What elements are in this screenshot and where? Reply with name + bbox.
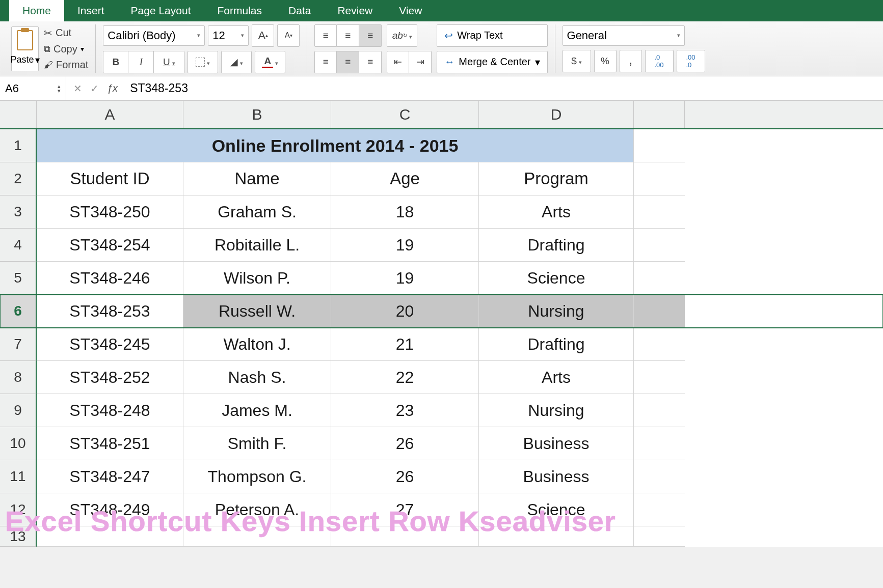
cell-a13[interactable] xyxy=(37,526,183,547)
cell-e4[interactable] xyxy=(634,229,685,262)
cell-e10[interactable] xyxy=(634,427,685,460)
cell-e3[interactable] xyxy=(634,195,685,229)
cell-d8[interactable]: Arts xyxy=(479,361,634,394)
cell-b10[interactable]: Smith F. xyxy=(183,427,331,460)
cell-d3[interactable]: Arts xyxy=(479,195,634,229)
cell-d10[interactable]: Business xyxy=(479,427,634,460)
row-header-3[interactable]: 3 xyxy=(0,195,37,229)
cell-d5[interactable]: Science xyxy=(479,262,634,295)
cell-a6[interactable]: ST348-253 xyxy=(37,295,183,328)
name-box[interactable]: A6 ▴▾ xyxy=(0,76,66,100)
cell-d9[interactable]: Nursing xyxy=(479,394,634,427)
cell-c3[interactable]: 18 xyxy=(331,195,479,229)
cell-a2[interactable]: Student ID xyxy=(37,162,183,195)
row-header-11[interactable]: 11 xyxy=(0,460,37,493)
decrease-font-button[interactable]: A▾ xyxy=(277,24,300,47)
decrease-decimal-button[interactable]: .00.0 xyxy=(677,50,705,72)
cell-b11[interactable]: Thompson G. xyxy=(183,460,331,493)
row-header-9[interactable]: 9 xyxy=(0,394,37,427)
column-header-e[interactable] xyxy=(634,101,685,128)
cell-a11[interactable]: ST348-247 xyxy=(37,460,183,493)
fx-icon[interactable]: ƒx xyxy=(107,82,118,94)
number-format-combo[interactable]: General▾ xyxy=(563,25,685,46)
align-right-button[interactable]: ≡ xyxy=(359,51,382,73)
font-name-combo[interactable]: Calibri (Body)▾ xyxy=(103,25,205,46)
cell-e13[interactable] xyxy=(634,526,685,547)
row-header-5[interactable]: 5 xyxy=(0,262,37,295)
tab-review[interactable]: Review xyxy=(324,0,386,21)
cell-e9[interactable] xyxy=(634,394,685,427)
cell-e6[interactable] xyxy=(634,295,685,328)
column-header-c[interactable]: C xyxy=(331,101,479,128)
cell-b12[interactable]: Peterson A. xyxy=(183,493,331,526)
decrease-indent-button[interactable]: ⇤ xyxy=(387,51,409,73)
formula-input[interactable]: ST348-253 xyxy=(125,81,883,95)
cell-c2[interactable]: Age xyxy=(331,162,479,195)
align-top-button[interactable]: ≡ xyxy=(314,24,337,47)
row-header-8[interactable]: 8 xyxy=(0,361,37,394)
cell-e2[interactable] xyxy=(634,162,685,195)
cell-d12[interactable]: Science xyxy=(479,493,634,526)
cell-b13[interactable] xyxy=(183,526,331,547)
cell-c5[interactable]: 19 xyxy=(331,262,479,295)
italic-button[interactable]: I xyxy=(128,51,154,73)
percent-format-button[interactable]: % xyxy=(594,50,617,72)
cell-b5[interactable]: Wilson P. xyxy=(183,262,331,295)
cell-d7[interactable]: Drafting xyxy=(479,328,634,361)
cell-b3[interactable]: Graham S. xyxy=(183,195,331,229)
cell-c11[interactable]: 26 xyxy=(331,460,479,493)
cell-b7[interactable]: Walton J. xyxy=(183,328,331,361)
cell-d2[interactable]: Program xyxy=(479,162,634,195)
font-size-combo[interactable]: 12▾ xyxy=(208,25,249,46)
increase-indent-button[interactable]: ⇥ xyxy=(409,51,432,73)
column-header-a[interactable]: A xyxy=(37,101,183,128)
cell-e1[interactable] xyxy=(634,129,685,162)
font-color-button[interactable]: A xyxy=(255,51,285,73)
cell-d11[interactable]: Business xyxy=(479,460,634,493)
row-header-7[interactable]: 7 xyxy=(0,328,37,361)
cell-a4[interactable]: ST348-254 xyxy=(37,229,183,262)
cell-e8[interactable] xyxy=(634,361,685,394)
cancel-formula-button[interactable]: ✕ xyxy=(73,82,82,95)
tab-data[interactable]: Data xyxy=(275,0,324,21)
cell-a3[interactable]: ST348-250 xyxy=(37,195,183,229)
increase-decimal-button[interactable]: .0.00 xyxy=(645,50,674,72)
tab-home[interactable]: Home xyxy=(9,0,64,21)
row-header-12[interactable]: 12 xyxy=(0,493,37,526)
chevron-down-icon[interactable]: ▾ xyxy=(58,89,61,93)
cell-b6[interactable]: Russell W. xyxy=(183,295,331,328)
cell-c10[interactable]: 26 xyxy=(331,427,479,460)
cell-b4[interactable]: Robitaille L. xyxy=(183,229,331,262)
tab-view[interactable]: View xyxy=(386,0,435,21)
wrap-text-button[interactable]: ↩ Wrap Text xyxy=(437,24,547,47)
cell-c4[interactable]: 19 xyxy=(331,229,479,262)
column-header-b[interactable]: B xyxy=(183,101,331,128)
paste-button[interactable]: Paste ▾ xyxy=(11,26,39,71)
fill-color-button[interactable]: ◢ xyxy=(221,51,252,73)
cell-a8[interactable]: ST348-252 xyxy=(37,361,183,394)
comma-format-button[interactable]: , xyxy=(620,50,642,72)
cell-b9[interactable]: James M. xyxy=(183,394,331,427)
align-center-button[interactable]: ≡ xyxy=(337,51,359,73)
cell-c13[interactable] xyxy=(331,526,479,547)
tab-insert[interactable]: Insert xyxy=(64,0,118,21)
cell-d13[interactable] xyxy=(479,526,634,547)
cell-e7[interactable] xyxy=(634,328,685,361)
cell-e5[interactable] xyxy=(634,262,685,295)
cell-d4[interactable]: Drafting xyxy=(479,229,634,262)
cell-c7[interactable]: 21 xyxy=(331,328,479,361)
row-header-1[interactable]: 1 xyxy=(0,129,37,162)
align-left-button[interactable]: ≡ xyxy=(314,51,337,73)
row-header-6[interactable]: 6 xyxy=(0,295,37,328)
row-header-4[interactable]: 4 xyxy=(0,229,37,262)
align-middle-button[interactable]: ≡ xyxy=(337,24,359,47)
cell-a7[interactable]: ST348-245 xyxy=(37,328,183,361)
row-header-13[interactable]: 13 xyxy=(0,526,37,547)
merge-center-button[interactable]: ↔ Merge & Center ▾ xyxy=(437,51,547,73)
cell-a5[interactable]: ST348-246 xyxy=(37,262,183,295)
cell-c6[interactable]: 20 xyxy=(331,295,479,328)
underline-button[interactable]: U xyxy=(154,51,184,73)
increase-font-button[interactable]: A▴ xyxy=(252,24,274,47)
tab-page-layout[interactable]: Page Layout xyxy=(118,0,204,21)
select-all-corner[interactable] xyxy=(0,101,37,128)
